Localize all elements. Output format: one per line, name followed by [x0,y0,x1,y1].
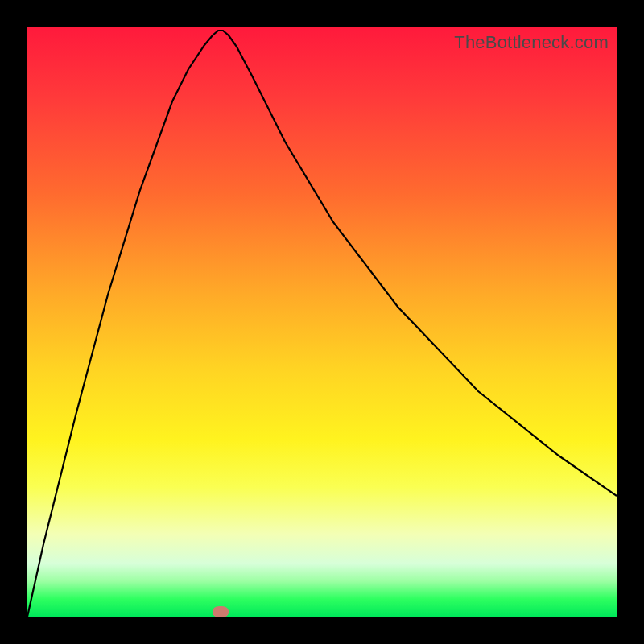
minimum-marker-icon [213,606,229,617]
watermark-label: TheBottleneck.com [454,32,609,53]
chart-frame: TheBottleneck.com [0,0,644,644]
chart-plot-area: TheBottleneck.com [27,27,617,617]
bottleneck-curve [27,27,617,617]
